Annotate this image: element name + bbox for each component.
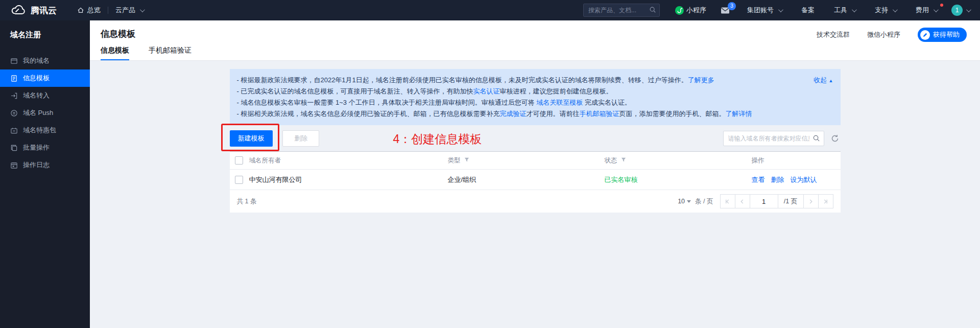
sidebar-item-label: 我的域名 [23, 56, 50, 65]
cloud-logo-icon [9, 4, 27, 16]
triangle-down-icon [687, 200, 691, 203]
pager-group: /1 页 [721, 194, 833, 208]
get-help-button[interactable]: 获得帮助 [918, 28, 967, 42]
miniapp-icon [675, 6, 684, 15]
delete-button[interactable]: 删除 [282, 130, 319, 147]
template-search [723, 131, 824, 146]
last-page-button[interactable] [818, 194, 833, 208]
nav-beian[interactable]: 备案 [794, 0, 822, 20]
tech-community-link[interactable]: 技术交流群 [817, 30, 850, 39]
refresh-icon[interactable] [829, 133, 841, 144]
sidebar-item-domain-package[interactable]: 域名特惠包 [0, 122, 90, 139]
wechat-miniapp-link[interactable]: 微信小程序 [867, 30, 900, 39]
next-page-button[interactable] [803, 194, 819, 208]
collapse-notice-link[interactable]: 收起 ▲ [814, 75, 833, 86]
search-icon[interactable] [649, 6, 656, 13]
nav-billing[interactable]: 费用 [909, 0, 944, 20]
prev-page-button[interactable] [735, 194, 750, 208]
tab-phone-email-verify[interactable]: 手机邮箱验证 [149, 46, 192, 60]
header-owner-label: 域名所有者 [249, 156, 281, 165]
new-template-button[interactable]: 新建模板 [230, 130, 273, 147]
nav-billing-label: 费用 [916, 6, 929, 15]
header-right: 技术交流群 微信小程序 获得帮助 [817, 28, 967, 42]
sidebar-item-my-domains[interactable]: 我的域名 [0, 52, 90, 69]
filter-icon[interactable] [464, 157, 469, 162]
notice-banner: - 根据最新政策法规要求，自2022年1月1日起，域名注册前必须使用已实名审核的… [230, 69, 841, 125]
notice-text: 才可使用。请前往 [526, 110, 579, 118]
global-search-input[interactable] [583, 4, 660, 17]
annotation-step-text: 4：创建信息模板 [393, 131, 482, 147]
sidebar-item-operation-log[interactable]: 操作日志 [0, 156, 90, 174]
phone-email-verify-link[interactable]: 手机邮箱验证 [579, 110, 619, 118]
chevron-down-icon [852, 7, 857, 12]
realname-auth-link[interactable]: 实名认证 [473, 87, 499, 95]
nav-beian-label: 备案 [801, 6, 815, 15]
get-help-label: 获得帮助 [933, 30, 960, 39]
complete-verify-link[interactable]: 完成验证 [499, 110, 526, 118]
learn-more-link[interactable]: 了解更多 [688, 76, 714, 84]
sidebar-item-batch-operation[interactable]: 批量操作 [0, 139, 90, 156]
billing-notification-dot [940, 4, 943, 7]
sidebar-item-label: 域名转入 [23, 91, 50, 100]
my-domains-icon [10, 57, 18, 65]
sidebar-item-info-template[interactable]: 信息模板 [0, 69, 90, 87]
pagination-controls: 10 条 / 页 /1 页 [678, 194, 833, 208]
nav-products-label: 云产品 [115, 6, 135, 15]
sidebar-menu: 我的域名 信息模板 域名转入 域名 Push 域名特惠包 [0, 52, 90, 174]
notice-line: - 域名信息模板实名审核一般需要 1~3 个工作日，具体取决于相关注册局审核时间… [237, 97, 779, 108]
operation-log-icon [10, 161, 18, 169]
owner-name: 中安山河有限公司 [249, 175, 302, 184]
template-table: 域名所有者 类型 状态 操作 [230, 151, 841, 213]
chevron-down-icon [966, 7, 971, 12]
page-total-label: /1 页 [778, 194, 804, 208]
sidebar-item-domain-transfer-in[interactable]: 域名转入 [0, 87, 90, 104]
chevron-down-icon [140, 7, 145, 12]
tencent-cloud-logo[interactable]: 腾讯云 [0, 4, 70, 16]
table-header-row: 域名所有者 类型 状态 操作 [230, 152, 841, 170]
header-type-cell: 类型 [448, 156, 605, 165]
sidebar-item-label: 域名特惠包 [23, 126, 56, 135]
row-actions: 查看 删除 设为默认 [752, 175, 841, 184]
delete-link[interactable]: 删除 [771, 175, 784, 184]
nav-support[interactable]: 支持 [868, 0, 903, 20]
row-checkbox[interactable] [235, 176, 243, 184]
page-header: 信息模板 技术交流群 微信小程序 获得帮助 信息模板 手机邮箱验证 [90, 20, 980, 61]
learn-detail-link[interactable]: 了解详情 [725, 110, 752, 118]
notice-text: - 根据相关政策法规，域名实名信息必须使用已验证的手机、邮箱，已有信息模板需要补… [237, 110, 500, 118]
sidebar-title: 域名注册 [0, 20, 90, 40]
content: - 根据最新政策法规要求，自2022年1月1日起，域名注册前必须使用已实名审核的… [230, 69, 841, 213]
batch-operation-icon [10, 144, 18, 152]
filter-icon[interactable] [621, 157, 626, 162]
nav-products[interactable]: 云产品 [108, 0, 151, 20]
link-domain-to-template-link[interactable]: 域名关联至模板 [536, 99, 583, 106]
search-icon[interactable] [812, 134, 820, 142]
nav-support-label: 支持 [875, 6, 888, 15]
notice-text: - 已完成实名认证的域名信息模板，可直接用于域名新注、转入等操作，有助加快 [237, 87, 473, 95]
type-cell: 企业/组织 [448, 175, 605, 184]
sidebar-item-label: 批量操作 [23, 143, 50, 152]
notice-line: - 已完成实名认证的域名信息模板，可直接用于域名新注、转入等操作，有助加快实名认… [237, 86, 779, 97]
first-page-button[interactable] [720, 194, 735, 208]
notice-text: 页面，添加需要使用的手机、邮箱。 [619, 110, 725, 118]
top-navbar: 腾讯云 总览 云产品 小程序 3 集团 [0, 0, 980, 20]
select-all-checkbox[interactable] [235, 156, 243, 165]
toolbar-right [723, 131, 841, 146]
nav-group-account[interactable]: 集团账号 [740, 0, 789, 20]
domain-package-icon [10, 127, 18, 134]
notice-text: - 域名信息模板实名审核一般需要 1~3 个工作日，具体取决于相关注册局审核时间… [237, 99, 537, 106]
page-number-input[interactable] [750, 194, 778, 208]
nav-tools[interactable]: 工具 [827, 0, 863, 20]
nav-messages[interactable]: 3 [715, 7, 735, 14]
set-default-link[interactable]: 设为默认 [791, 175, 817, 184]
tab-info-template[interactable]: 信息模板 [101, 46, 129, 60]
sidebar: 域名注册 我的域名 信息模板 域名转入 域名 Push [0, 20, 90, 328]
nav-miniapp[interactable]: 小程序 [671, 6, 710, 15]
sidebar-item-domain-push[interactable]: 域名 Push [0, 104, 90, 122]
page-size-select[interactable]: 10 [678, 198, 691, 205]
chevron-down-icon [778, 7, 783, 12]
header-type-label: 类型 [448, 157, 461, 164]
account-menu[interactable]: 1 [949, 5, 972, 16]
template-search-input[interactable] [723, 131, 824, 146]
view-link[interactable]: 查看 [752, 175, 765, 184]
nav-overview[interactable]: 总览 [70, 0, 108, 20]
